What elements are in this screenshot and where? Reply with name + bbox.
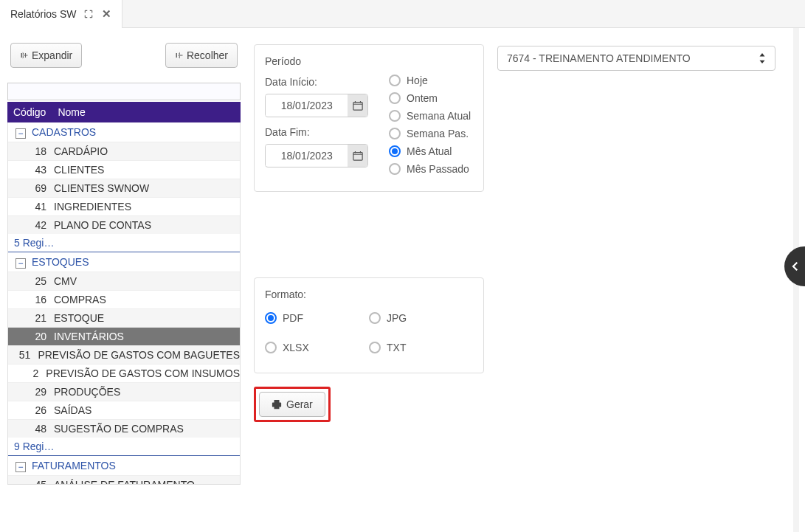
tree-row[interactable]: 29PRODUÇÕES bbox=[8, 382, 240, 401]
tree-row[interactable]: 43CLIENTES bbox=[8, 160, 240, 179]
expand-all-button[interactable]: Expandir bbox=[10, 43, 82, 68]
radio-icon bbox=[265, 342, 277, 353]
select-caret-icon bbox=[759, 53, 766, 63]
tree-row[interactable]: 16COMPRAS bbox=[8, 290, 240, 308]
gerar-highlight: Gerar bbox=[254, 387, 331, 422]
data-inicio-label: Data Início: bbox=[265, 76, 374, 88]
radio-icon bbox=[369, 312, 381, 324]
tab-relatorios[interactable]: Relatórios SW ✕ bbox=[0, 0, 122, 28]
formato-option[interactable]: JPG bbox=[369, 312, 473, 324]
radio-icon bbox=[369, 342, 381, 353]
expand-icon bbox=[20, 51, 29, 60]
tree-scroll[interactable]: −CADASTROS18CARDÁPIO43CLIENTES69CLIENTES… bbox=[8, 122, 240, 484]
radio-icon bbox=[389, 145, 401, 157]
close-tab-icon[interactable]: ✕ bbox=[101, 9, 111, 19]
periodo-option[interactable]: Hoje bbox=[389, 75, 473, 86]
tree-header-name: Nome bbox=[58, 106, 85, 118]
svg-rect-1 bbox=[353, 153, 362, 161]
periodo-option[interactable]: Mês Passado bbox=[389, 163, 473, 175]
tree-row[interactable]: 69CLIENTES SWNOW bbox=[8, 179, 240, 197]
radio-icon bbox=[389, 110, 401, 122]
periodo-title: Período bbox=[265, 55, 473, 67]
calendar-icon[interactable] bbox=[348, 145, 367, 167]
formato-title: Formato: bbox=[265, 289, 473, 300]
report-tree-panel: Expandir Recolher Código Nome −CADASTROS… bbox=[7, 43, 241, 525]
data-inicio-input[interactable] bbox=[266, 95, 348, 116]
tree-group-footer[interactable]: 5 Regi… bbox=[8, 234, 240, 252]
chevron-left-icon bbox=[789, 260, 802, 273]
tree-group-header[interactable]: −ESTOQUES bbox=[8, 252, 240, 272]
periodo-option[interactable]: Mês Atual bbox=[389, 145, 473, 157]
tree-group-footer[interactable]: 9 Regi… bbox=[8, 438, 240, 455]
print-icon bbox=[272, 399, 282, 410]
tree-group-header[interactable]: −CADASTROS bbox=[8, 122, 240, 142]
collapse-icon bbox=[175, 51, 184, 60]
periodo-option[interactable]: Semana Pas. bbox=[389, 128, 473, 139]
tree-row[interactable]: 45ANÁLISE DE FATURAMENTO bbox=[8, 475, 240, 484]
tree-row[interactable]: 48SUGESTÃO DE COMPRAS bbox=[8, 419, 240, 438]
tree-row[interactable]: 42PLANO DE CONTAS bbox=[8, 215, 240, 234]
formato-radio-group: PDFJPGXLSXTXT bbox=[265, 308, 473, 362]
unit-select[interactable]: 7674 - TREINAMENTO ATENDIMENTO bbox=[497, 46, 775, 71]
tree-row[interactable]: 51PREVISÃO DE GASTOS COM BAGUETES bbox=[8, 345, 240, 364]
tree-row[interactable]: 25CMV bbox=[8, 272, 240, 290]
calendar-icon[interactable] bbox=[348, 94, 367, 117]
tree-group-header[interactable]: −FATURAMENTOS bbox=[8, 456, 240, 475]
unit-select-value: 7674 - TREINAMENTO ATENDIMENTO bbox=[507, 52, 691, 64]
tree-filter-input[interactable] bbox=[7, 83, 241, 100]
periodo-panel: Período Data Início: Data Fim: bbox=[254, 44, 484, 192]
tree-row[interactable]: 18CARDÁPIO bbox=[8, 142, 240, 160]
tree-header-code: Código bbox=[13, 106, 46, 118]
formato-option[interactable]: PDF bbox=[265, 312, 369, 324]
radio-icon bbox=[389, 75, 401, 86]
collapse-group-icon[interactable]: − bbox=[15, 128, 26, 139]
options-column: Período Data Início: Data Fim: bbox=[254, 43, 484, 525]
formato-panel: Formato: PDFJPGXLSXTXT bbox=[254, 277, 484, 373]
radio-icon bbox=[389, 128, 401, 139]
svg-rect-0 bbox=[353, 103, 362, 111]
collapse-group-icon[interactable]: − bbox=[15, 462, 26, 472]
tree-row[interactable]: 2PREVISÃO DE GASTOS COM INSUMOS bbox=[8, 364, 240, 382]
tree-row[interactable]: 26SAÍDAS bbox=[8, 401, 240, 419]
tab-title: Relatórios SW bbox=[10, 8, 76, 20]
unit-column: 7674 - TREINAMENTO ATENDIMENTO bbox=[497, 43, 798, 525]
data-fim-field bbox=[265, 144, 368, 167]
tree-header: Código Nome bbox=[7, 102, 241, 122]
formato-option[interactable]: TXT bbox=[369, 342, 473, 353]
periodo-option[interactable]: Semana Atual bbox=[389, 110, 473, 122]
expand-tab-icon[interactable] bbox=[83, 9, 94, 19]
tab-bar: Relatórios SW ✕ bbox=[0, 0, 805, 28]
gerar-button[interactable]: Gerar bbox=[259, 392, 325, 417]
periodo-option[interactable]: Ontem bbox=[389, 92, 473, 104]
radio-icon bbox=[265, 312, 277, 324]
collapse-group-icon[interactable]: − bbox=[15, 258, 26, 269]
data-inicio-field bbox=[265, 94, 368, 117]
data-fim-input[interactable] bbox=[266, 145, 348, 166]
radio-icon bbox=[389, 163, 401, 175]
data-fim-label: Data Fim: bbox=[265, 126, 374, 138]
tree-row[interactable]: 41INGREDIENTES bbox=[8, 197, 240, 215]
radio-icon bbox=[389, 92, 401, 104]
tree-row[interactable]: 21ESTOQUE bbox=[8, 308, 240, 327]
collapse-all-button[interactable]: Recolher bbox=[165, 43, 238, 68]
periodo-radio-group: HojeOntemSemana AtualSemana Pas.Mês Atua… bbox=[386, 75, 473, 181]
tree-row[interactable]: 20INVENTÁRIOS bbox=[8, 327, 240, 345]
formato-option[interactable]: XLSX bbox=[265, 342, 369, 353]
